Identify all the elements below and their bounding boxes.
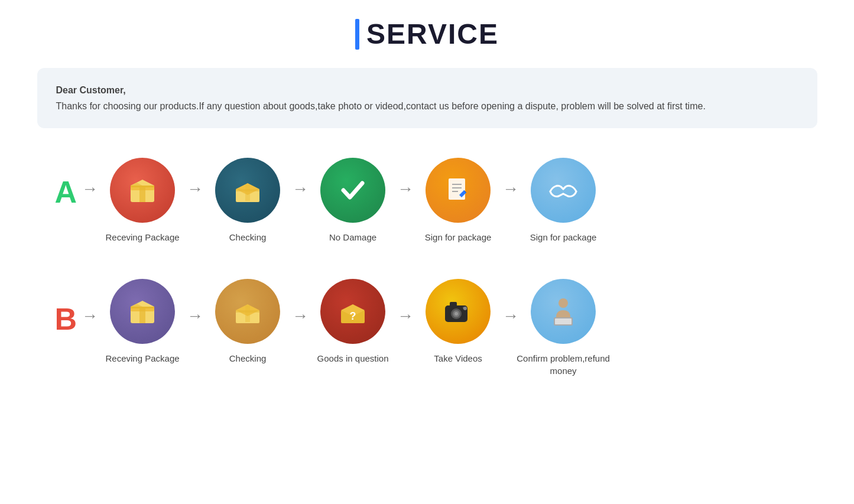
circle-a1 xyxy=(110,158,175,223)
svg-rect-19 xyxy=(131,307,154,308)
flow-item-a2: Checking xyxy=(197,158,298,243)
info-message: Thanks for choosing our products.If any … xyxy=(56,98,798,114)
flow-item-a4: Sign for package xyxy=(408,158,508,243)
flow-item-b5: Confirm problem,refund money xyxy=(513,279,613,377)
flow-row-b: B → Receving Package → xyxy=(37,273,817,383)
info-greeting: Dear Customer, xyxy=(56,82,798,98)
circle-a5 xyxy=(531,158,596,223)
info-box: Dear Customer, Thanks for choosing our p… xyxy=(37,68,817,128)
sign-document-icon xyxy=(440,173,476,208)
flow-row-a: A → Receving Package → xyxy=(37,152,817,249)
label-b1: Receving Package xyxy=(106,352,180,365)
svg-rect-11 xyxy=(449,178,465,200)
row-a-label: A xyxy=(55,174,77,210)
flow-item-a1: Receving Package xyxy=(92,158,193,243)
svg-rect-39 xyxy=(555,318,572,324)
question-box-icon: ? xyxy=(335,294,371,329)
label-b3: Goods in question xyxy=(317,352,389,365)
page-title-container: SERVICE xyxy=(355,18,499,50)
label-b5: Confirm problem,refund money xyxy=(513,352,613,377)
flow-section-b: B → Receving Package → xyxy=(37,273,817,383)
svg-point-36 xyxy=(463,307,467,310)
svg-rect-26 xyxy=(245,305,250,322)
circle-a3 xyxy=(320,158,385,223)
svg-rect-3 xyxy=(131,186,154,187)
open-box-icon-b xyxy=(230,294,265,329)
flow-item-b1: Receving Package xyxy=(92,279,193,365)
circle-b5 xyxy=(531,279,596,344)
circle-b2 xyxy=(215,279,280,344)
flow-item-b4: Take Videos xyxy=(408,279,508,365)
handshake-icon xyxy=(545,173,581,208)
label-a2: Checking xyxy=(229,231,267,243)
package-icon-b xyxy=(125,294,160,329)
circle-b3: ? xyxy=(320,279,385,344)
svg-point-33 xyxy=(454,312,458,316)
circle-b4 xyxy=(426,279,491,344)
svg-text:?: ? xyxy=(350,310,356,322)
svg-rect-10 xyxy=(245,184,250,201)
label-b4: Take Videos xyxy=(434,352,482,365)
open-box-icon-a xyxy=(230,173,265,208)
camera-icon xyxy=(440,294,476,329)
page-title: SERVICE xyxy=(366,18,499,50)
checkmark-icon xyxy=(335,173,371,208)
svg-rect-34 xyxy=(450,302,457,307)
row-b-label: B xyxy=(55,301,77,337)
person-laptop-icon xyxy=(545,294,581,329)
flow-item-b3: ? Goods in question xyxy=(303,279,403,365)
package-icon-a xyxy=(125,173,160,208)
label-a4: Sign for package xyxy=(425,231,492,243)
flow-item-a3: No Damage xyxy=(303,158,403,243)
label-a1: Receving Package xyxy=(106,231,180,243)
circle-b1 xyxy=(110,279,175,344)
flow-item-a5: Sign for package xyxy=(513,158,613,243)
label-a5: Sign for package xyxy=(530,231,597,243)
title-accent-bar xyxy=(355,19,359,50)
label-a3: No Damage xyxy=(329,231,376,243)
circle-a2 xyxy=(215,158,280,223)
label-b2: Checking xyxy=(229,352,267,365)
svg-point-37 xyxy=(558,298,568,308)
flow-section-a: A → Receving Package → xyxy=(37,152,817,249)
circle-a4 xyxy=(426,158,491,223)
flow-item-b2: Checking xyxy=(197,279,298,365)
